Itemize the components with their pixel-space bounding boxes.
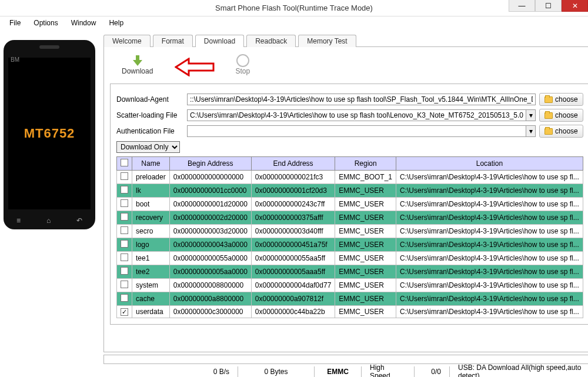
partition-table: Name Begin Address End Address Region Lo…	[116, 156, 583, 318]
cell-location: C:\Users\imran\Desktop\4-3-19\Articles\h…	[396, 279, 583, 292]
row-checkbox[interactable]	[121, 240, 128, 248]
row-checkbox[interactable]	[121, 308, 128, 316]
row-checkbox[interactable]	[121, 186, 128, 193]
header-begin[interactable]: Begin Address	[169, 157, 251, 171]
cell-name: boot	[132, 198, 170, 211]
download-panel: Download Stop Download-Agent choose	[103, 46, 588, 352]
table-row[interactable]: tee10x000000000055a00000x000000000055aa5…	[117, 252, 583, 265]
table-row[interactable]: logo0x000000000043a00000x0000000000451a7…	[117, 238, 583, 252]
download-button[interactable]: Download	[122, 54, 153, 75]
row-checkbox[interactable]	[121, 267, 128, 275]
row-checkbox[interactable]	[121, 226, 128, 234]
cell-location: C:\Users\imran\Desktop\4-3-19\Articles\h…	[396, 211, 583, 225]
cell-begin: 0x00000000001cc0000	[169, 184, 251, 198]
tab-welcome[interactable]: Welcome	[103, 35, 151, 47]
row-checkbox[interactable]	[121, 172, 128, 180]
left-pane: BM MT6752 ≡⌂↶	[0, 29, 99, 377]
table-row[interactable]: lk0x00000000001cc00000x00000000001cf20d3…	[117, 184, 583, 198]
cell-location: C:\Users\imran\Desktop\4-3-19\Articles\h…	[396, 292, 583, 306]
cell-region: EMMC_USER	[335, 225, 396, 238]
da-path-input[interactable]	[187, 94, 536, 105]
menu-window[interactable]: Window	[65, 18, 102, 28]
scatter-path-dropdown[interactable]: ▾	[187, 109, 536, 121]
cell-location: C:\Users\imran\Desktop\4-3-19\Articles\h…	[396, 184, 583, 198]
cell-location: C:\Users\imran\Desktop\4-3-19\Articles\h…	[396, 225, 583, 238]
chevron-down-icon[interactable]: ▾	[526, 126, 535, 136]
chevron-down-icon[interactable]: ▾	[526, 110, 535, 121]
cell-end: 0x00000000c44ba22b	[251, 306, 335, 318]
table-row[interactable]: recovery0x00000000002d200000x00000000003…	[117, 211, 583, 225]
cell-begin: 0x00000000a8800000	[169, 292, 251, 306]
phone-brand: BM	[11, 56, 19, 63]
tab-readback[interactable]: Readback	[246, 35, 296, 47]
status-bytes: 0 Bytes	[238, 366, 314, 377]
download-arrow-icon	[131, 54, 145, 67]
chip-label: MT6752	[24, 126, 75, 141]
menu-help[interactable]: Help	[103, 18, 129, 28]
table-row[interactable]: secro0x00000000003d200000x00000000003d40…	[117, 225, 583, 238]
table-row[interactable]: system0x00000000088000000x00000000004daf…	[117, 279, 583, 292]
row-checkbox[interactable]	[121, 253, 128, 261]
mode-dropdown[interactable]: Download Only	[116, 141, 180, 153]
scatter-path-input[interactable]	[188, 110, 526, 121]
auth-choose-button[interactable]: choose	[539, 125, 583, 138]
stop-button[interactable]: Stop	[235, 54, 250, 75]
table-row[interactable]: boot0x00000000001d200000x0000000000243c7…	[117, 198, 583, 211]
cell-begin: 0x00000000002d20000	[169, 211, 251, 225]
table-row[interactable]: cache0x00000000a88000000x00000000a907812…	[117, 292, 583, 306]
cell-region: EMMC_USER	[335, 265, 396, 279]
cell-end: 0x00000000001cf20d3	[251, 184, 335, 198]
cell-begin: 0x00000000001d20000	[169, 198, 251, 211]
row-checkbox[interactable]	[121, 281, 128, 288]
table-row[interactable]: tee20x00000000005aa00000x00000000005aaa5…	[117, 265, 583, 279]
header-checkbox[interactable]	[117, 157, 132, 171]
status-progress-count: 0/0	[414, 366, 449, 377]
maximize-button[interactable]: ☐	[535, 0, 562, 12]
header-region[interactable]: Region	[335, 157, 396, 171]
titlebar: Smart Phone Flash Tool(Runtime Trace Mod…	[0, 0, 588, 16]
scatter-label: Scatter-loading File	[116, 111, 183, 119]
table-row[interactable]: preloader0x00000000000000000x00000000000…	[117, 171, 583, 184]
header-end[interactable]: End Address	[251, 157, 335, 171]
row-checkbox[interactable]	[121, 294, 128, 302]
cell-region: EMMC_USER	[335, 306, 396, 318]
menu-file[interactable]: File	[4, 18, 26, 28]
cell-location: C:\Users\imran\Desktop\4-3-19\Articles\h…	[396, 238, 583, 252]
cell-end: 0x0000000000451a75f	[251, 238, 335, 252]
menu-options[interactable]: Options	[28, 18, 64, 28]
minimize-button[interactable]: —	[509, 0, 535, 12]
cell-name: logo	[132, 238, 170, 252]
cell-begin: 0x000000000043a0000	[169, 238, 251, 252]
header-location[interactable]: Location	[396, 157, 583, 171]
da-choose-button[interactable]: choose	[539, 93, 583, 106]
row-checkbox[interactable]	[121, 213, 128, 221]
cell-location: C:\Users\imran\Desktop\4-3-19\Articles\h…	[396, 198, 583, 211]
window-title: Smart Phone Flash Tool(Runtime Trace Mod…	[0, 4, 588, 12]
status-bar: 0 B/s 0 Bytes EMMC High Speed 0/0 USB: D…	[99, 364, 588, 377]
cell-region: EMMC_USER	[335, 292, 396, 306]
cell-location: C:\Users\imran\Desktop\4-3-19\Articles\h…	[396, 265, 583, 279]
cell-name: secro	[132, 225, 170, 238]
cell-name: tee1	[132, 252, 170, 265]
scatter-choose-button[interactable]: choose	[539, 109, 583, 122]
cell-location: C:\Users\imran\Desktop\4-3-19\Articles\h…	[396, 306, 583, 318]
table-row[interactable]: userdata0x00000000c30000000x00000000c44b…	[117, 306, 583, 318]
da-label: Download-Agent	[116, 95, 183, 104]
folder-icon	[544, 112, 553, 119]
row-checkbox[interactable]	[121, 199, 128, 207]
cell-region: EMMC_USER	[335, 279, 396, 292]
auth-path-dropdown[interactable]: ▾	[187, 125, 536, 137]
tab-download[interactable]: Download	[195, 35, 244, 47]
cell-region: EMMC_USER	[335, 198, 396, 211]
cell-name: system	[132, 279, 170, 292]
cell-end: 0x00000000004daf0d77	[251, 279, 335, 292]
tab-memory-test[interactable]: Memory Test	[298, 35, 356, 47]
close-button[interactable]: ✕	[562, 0, 588, 12]
header-name[interactable]: Name	[132, 157, 170, 171]
folder-icon	[544, 96, 553, 103]
cell-region: EMMC_USER	[335, 252, 396, 265]
stop-icon	[236, 54, 249, 67]
tab-format[interactable]: Format	[153, 35, 193, 47]
auth-path-input[interactable]	[188, 126, 526, 136]
tabstrip: Welcome Format Download Readback Memory …	[103, 34, 588, 46]
